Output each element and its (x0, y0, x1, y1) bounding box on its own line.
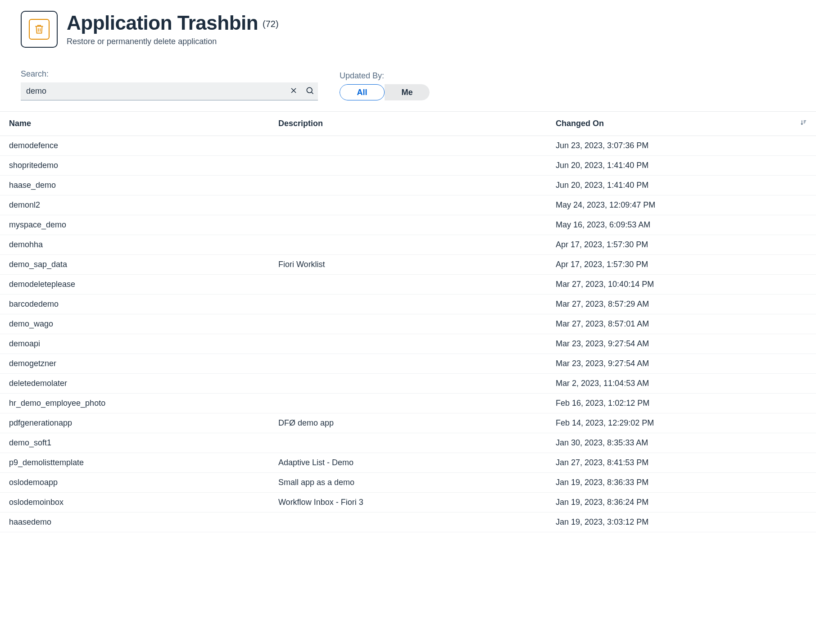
cell-changed-on: Jan 19, 2023, 8:36:24 PM (547, 493, 816, 512)
cell-changed-on: Mar 27, 2023, 10:40:14 PM (547, 275, 816, 295)
updated-by-label: Updated By: (340, 71, 430, 81)
page-header: Application Trashbin (72) Restore or per… (0, 11, 816, 60)
cell-changed-on: Jan 30, 2023, 8:35:33 AM (547, 433, 816, 453)
table-row[interactable]: p9_demolisttemplateAdaptive List - DemoJ… (0, 453, 816, 473)
table-row[interactable]: barcodedemoMar 27, 2023, 8:57:29 AM (0, 295, 816, 314)
cell-name: oslodemoinbox (0, 493, 269, 512)
cell-name: myspace_demo (0, 215, 269, 235)
cell-description: Adaptive List - Demo (269, 453, 547, 473)
cell-description: Workflow Inbox - Fiori 3 (269, 493, 547, 512)
table-row[interactable]: myspace_demoMay 16, 2023, 6:09:53 AM (0, 215, 816, 235)
cell-changed-on: May 16, 2023, 6:09:53 AM (547, 215, 816, 235)
trash-icon (29, 19, 50, 40)
cell-description (269, 354, 547, 374)
table-row[interactable]: demohhaApr 17, 2023, 1:57:30 PM (0, 235, 816, 255)
cell-changed-on: Mar 27, 2023, 8:57:29 AM (547, 295, 816, 314)
column-header-changed-on[interactable]: Changed On (547, 112, 816, 136)
updated-by-segmented: All Me (340, 84, 430, 100)
cell-description: DFØ demo app (269, 413, 547, 433)
cell-description (269, 136, 547, 156)
cell-changed-on: Feb 14, 2023, 12:29:02 PM (547, 413, 816, 433)
clear-search-button[interactable] (286, 83, 302, 100)
cell-name: demogetzner (0, 354, 269, 374)
page-subtitle: Restore or permanently delete applicatio… (67, 37, 279, 46)
cell-name: demodeleteplease (0, 275, 269, 295)
cell-name: demoapi (0, 334, 269, 354)
table-row[interactable]: pdfgenerationappDFØ demo appFeb 14, 2023… (0, 413, 816, 433)
table-row[interactable]: demo_sap_dataFiori WorklistApr 17, 2023,… (0, 255, 816, 275)
cell-description (269, 215, 547, 235)
cell-description: Fiori Worklist (269, 255, 547, 275)
table-row[interactable]: demodefenceJun 23, 2023, 3:07:36 PM (0, 136, 816, 156)
table-row[interactable]: demogetznerMar 23, 2023, 9:27:54 AM (0, 354, 816, 374)
cell-description (269, 512, 547, 532)
table-row[interactable]: demo_soft1Jan 30, 2023, 8:35:33 AM (0, 433, 816, 453)
cell-name: pdfgenerationapp (0, 413, 269, 433)
table-row[interactable]: deletedemolaterMar 2, 2023, 11:04:53 AM (0, 374, 816, 394)
cell-description (269, 235, 547, 255)
cell-description (269, 295, 547, 314)
table-row[interactable]: hr_demo_employee_photoFeb 16, 2023, 1:02… (0, 394, 816, 413)
search-field-wrap (21, 82, 318, 100)
column-header-description[interactable]: Description (269, 112, 547, 136)
filter-bar: Search: (0, 60, 816, 111)
cell-changed-on: Jun 20, 2023, 1:41:40 PM (547, 156, 816, 176)
page-title: Application Trashbin (67, 12, 258, 34)
cell-changed-on: May 24, 2023, 12:09:47 PM (547, 195, 816, 215)
table-row[interactable]: haasedemoJan 19, 2023, 3:03:12 PM (0, 512, 816, 532)
segment-me[interactable]: Me (385, 84, 430, 100)
cell-name: haasedemo (0, 512, 269, 532)
cell-name: demo_soft1 (0, 433, 269, 453)
table-row[interactable]: demo_wagoMar 27, 2023, 8:57:01 AM (0, 314, 816, 334)
cell-name: p9_demolisttemplate (0, 453, 269, 473)
cell-description (269, 314, 547, 334)
cell-name: haase_demo (0, 176, 269, 195)
table-row[interactable]: demodeletepleaseMar 27, 2023, 10:40:14 P… (0, 275, 816, 295)
cell-description (269, 195, 547, 215)
results-table-wrap: Name Description Changed On demodefenceJ… (0, 111, 816, 532)
cell-changed-on: Jan 27, 2023, 8:41:53 PM (547, 453, 816, 473)
cell-name: deletedemolater (0, 374, 269, 394)
cell-description (269, 176, 547, 195)
header-icon-box (21, 11, 58, 48)
search-label: Search: (21, 69, 318, 79)
cell-description (269, 433, 547, 453)
cell-changed-on: Jan 19, 2023, 3:03:12 PM (547, 512, 816, 532)
cell-description (269, 374, 547, 394)
cell-name: oslodemoapp (0, 473, 269, 493)
sort-desc-icon (800, 119, 807, 128)
search-button[interactable] (302, 83, 318, 100)
cell-changed-on: Apr 17, 2023, 1:57:30 PM (547, 255, 816, 275)
table-row[interactable]: shopritedemoJun 20, 2023, 1:41:40 PM (0, 156, 816, 176)
cell-name: demohha (0, 235, 269, 255)
cell-changed-on: Jan 19, 2023, 8:36:33 PM (547, 473, 816, 493)
column-header-changed-on-label: Changed On (556, 119, 604, 128)
svg-point-0 (307, 87, 312, 93)
cell-name: shopritedemo (0, 156, 269, 176)
cell-changed-on: Apr 17, 2023, 1:57:30 PM (547, 235, 816, 255)
results-table: Name Description Changed On demodefenceJ… (0, 112, 816, 532)
cell-name: demodefence (0, 136, 269, 156)
table-row[interactable]: demonl2May 24, 2023, 12:09:47 PM (0, 195, 816, 215)
cell-description (269, 394, 547, 413)
cell-changed-on: Feb 16, 2023, 1:02:12 PM (547, 394, 816, 413)
cell-changed-on: Mar 23, 2023, 9:27:54 AM (547, 334, 816, 354)
table-row[interactable]: haase_demoJun 20, 2023, 1:41:40 PM (0, 176, 816, 195)
cell-name: demo_sap_data (0, 255, 269, 275)
segment-all[interactable]: All (340, 84, 385, 100)
cell-name: demonl2 (0, 195, 269, 215)
column-header-name[interactable]: Name (0, 112, 269, 136)
search-input[interactable] (21, 82, 286, 100)
table-row[interactable]: demoapiMar 23, 2023, 9:27:54 AM (0, 334, 816, 354)
cell-description (269, 275, 547, 295)
table-row[interactable]: oslodemoinboxWorkflow Inbox - Fiori 3Jan… (0, 493, 816, 512)
cell-name: hr_demo_employee_photo (0, 394, 269, 413)
cell-changed-on: Jun 23, 2023, 3:07:36 PM (547, 136, 816, 156)
cell-name: barcodedemo (0, 295, 269, 314)
table-row[interactable]: oslodemoappSmall app as a demoJan 19, 20… (0, 473, 816, 493)
cell-description: Small app as a demo (269, 473, 547, 493)
title-count: (72) (263, 19, 279, 29)
cell-name: demo_wago (0, 314, 269, 334)
cell-changed-on: Mar 2, 2023, 11:04:53 AM (547, 374, 816, 394)
cell-description (269, 334, 547, 354)
